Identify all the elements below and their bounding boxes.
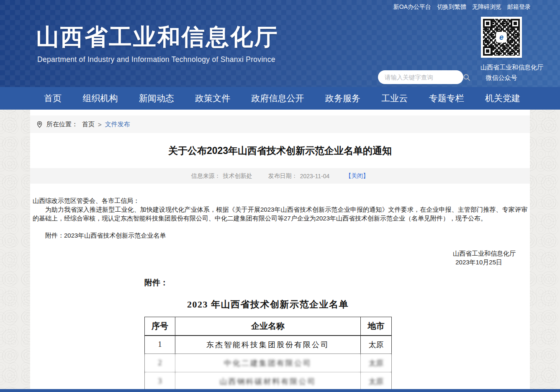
search-box[interactable] <box>378 70 463 84</box>
qr-finder-icon <box>483 46 492 56</box>
nav-item-organization[interactable]: 组织机构 <box>82 92 118 104</box>
topbar-link-traditional[interactable]: 切换到繁體 <box>437 3 466 11</box>
nav-item-services[interactable]: 政务服务 <box>325 92 360 104</box>
col-header-city: 地市 <box>361 317 392 336</box>
cell-no: 2 <box>145 354 175 372</box>
qr-finder-icon <box>511 19 520 28</box>
breadcrumb-separator: > <box>98 121 102 128</box>
qr-code-image: e <box>481 17 522 58</box>
qr-caption-line2: 微信公众号 <box>480 72 522 83</box>
site-title: 山西省工业和信息化厅 <box>36 22 279 53</box>
nav-item-party-building[interactable]: 机关党建 <box>485 92 520 104</box>
table-header-row: 序号 企业名称 地市 <box>145 317 392 336</box>
breadcrumb-home-link[interactable]: 首页 <box>82 120 95 128</box>
cell-name: 山西钢科碳材料有限公司 <box>175 372 361 389</box>
article-body: 山西综改示范区管委会、各市工信局： 为助力我省深入推进新型工业化、加快建设现代化… <box>30 184 530 266</box>
nav-item-industry-cloud[interactable]: 工业云 <box>381 92 408 104</box>
close-article-link[interactable]: 【关闭】 <box>345 172 369 180</box>
attachment-table-title: 2023 年山西省技术创新示范企业名单 <box>144 298 391 311</box>
meta-source-label: 信息来源： <box>191 172 221 180</box>
qr-center-logo-icon: e <box>496 32 507 43</box>
breadcrumb: 所在位置： 首页 > 文件发布 <box>30 115 530 133</box>
cell-name: 东杰智能科技集团股份有限公司 <box>175 336 361 354</box>
signature-organization: 山西省工业和信息化厅 <box>33 249 527 258</box>
nav-item-special-topics[interactable]: 专题专栏 <box>429 92 464 104</box>
topbar-link-mail-login[interactable]: 邮箱登录 <box>507 3 531 11</box>
nav-item-news[interactable]: 新闻动态 <box>139 92 174 104</box>
breadcrumb-current-link[interactable]: 文件发布 <box>105 120 130 128</box>
signature-date: 2023年10月25日 <box>33 258 527 266</box>
qr-caption-line1: 山西省工业和信息化厅 <box>480 62 522 72</box>
cell-no: 3 <box>145 372 175 389</box>
meta-date-label: 发布日期： <box>268 172 298 180</box>
search-input[interactable] <box>385 74 463 81</box>
col-header-name: 企业名称 <box>175 317 361 336</box>
site-header: 新OA办公平台 切换到繁體 无障碍浏览 邮箱登录 山西省工业和信息化厅 Depa… <box>0 0 560 87</box>
nav-item-home[interactable]: 首页 <box>44 92 62 104</box>
cell-city: 太原 <box>361 354 392 372</box>
meta-date-value: 2023-11-04 <box>300 173 330 179</box>
topbar-link-oa[interactable]: 新OA办公平台 <box>393 3 431 11</box>
article-title: 关于公布2023年山西省技术创新示范企业名单的通知 <box>30 133 530 168</box>
topbar: 新OA办公平台 切换到繁體 无障碍浏览 邮箱登录 <box>393 3 531 11</box>
attachment-document: 附件： 2023 年山西省技术创新示范企业名单 序号 企业名称 地市 1 东杰智… <box>144 277 396 389</box>
table-row: 2 中化二建集团有限公司 太原 <box>145 354 392 372</box>
breadcrumb-label: 所在位置： <box>46 120 78 128</box>
main-nav: 首页 组织机构 新闻动态 政策文件 政府信息公开 政务服务 工业云 专题专栏 机… <box>0 87 560 110</box>
cell-city: 太原 <box>361 372 392 389</box>
bottom-accent-bar <box>0 389 560 392</box>
content-container: 所在位置： 首页 > 文件发布 关于公布2023年山西省技术创新示范企业名单的通… <box>30 110 530 389</box>
col-header-no: 序号 <box>145 317 175 336</box>
attachment-label: 附件： <box>144 277 396 288</box>
wechat-qr-block: e 山西省工业和信息化厅 微信公众号 <box>480 17 522 83</box>
attachment-reference-line: 附件：2023年山西省技术创新示范企业名单 <box>33 231 527 240</box>
topbar-link-accessibility[interactable]: 无障碍浏览 <box>472 3 501 11</box>
cell-no: 1 <box>145 336 175 354</box>
qr-finder-icon <box>483 19 492 28</box>
article-meta-bar: 信息来源：技术创新处 发布日期：2023-11-04 【关闭】 <box>30 168 530 184</box>
qr-caption: 山西省工业和信息化厅 微信公众号 <box>480 62 522 83</box>
search-icon[interactable] <box>463 74 470 81</box>
salutation-line: 山西综改示范区管委会、各市工信局： <box>33 196 527 205</box>
nav-item-gov-info[interactable]: 政府信息公开 <box>252 92 304 104</box>
site-subtitle: Department of Industry and Information T… <box>37 55 275 64</box>
table-row: 1 东杰智能科技集团股份有限公司 太原 <box>145 336 392 354</box>
table-row: 3 山西钢科碳材料有限公司 太原 <box>145 372 392 389</box>
cell-name: 中化二建集团有限公司 <box>175 354 361 372</box>
cell-city: 太原 <box>361 336 392 354</box>
location-pin-icon <box>36 121 43 128</box>
main-paragraph: 为助力我省深入推进新型工业化、加快建设现代化产业体系，根据《关于开展2023年山… <box>33 205 527 223</box>
enterprise-table: 序号 企业名称 地市 1 东杰智能科技集团股份有限公司 太原 2 中化二建集团有… <box>144 317 392 389</box>
nav-item-policy[interactable]: 政策文件 <box>195 92 230 104</box>
meta-source-value: 技术创新处 <box>223 172 252 180</box>
